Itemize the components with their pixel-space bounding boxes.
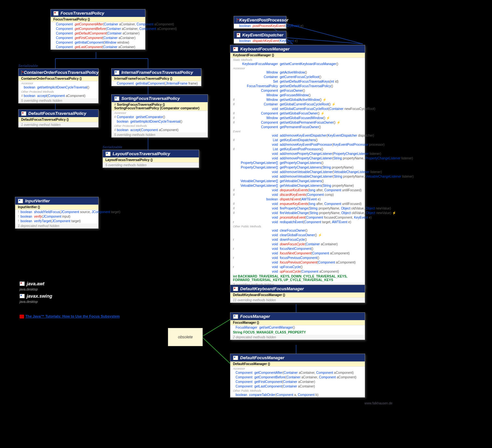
method-row: #voidfireVetoableChange (String property… bbox=[230, 211, 365, 215]
constructor: FocusManager () bbox=[230, 320, 365, 325]
method-row: ComponentgetLastComponent (Container aCo… bbox=[230, 384, 365, 389]
method-row: ComponentgetFocusOwner () bbox=[230, 88, 365, 93]
package-icon bbox=[20, 281, 25, 286]
method-row: !booleanverifyTarget (JComponent target) bbox=[15, 219, 98, 224]
watermark: www.falkhausen.de bbox=[364, 401, 392, 405]
class-layoutftp: LayoutFocusTraversalPolicy LayoutFocusTr… bbox=[102, 150, 199, 168]
method-row: voidadd/removeKeyEventDispatcher (KeyEve… bbox=[230, 133, 365, 138]
method-row: #booleanaccept (Component aComponent) bbox=[112, 128, 208, 132]
class-focusmanager: FocusManager FocusManager () FocusManage… bbox=[230, 312, 365, 340]
method-list: ComponentgetComponentAfter (Container aC… bbox=[51, 22, 145, 49]
method-row: voidclearGlobalFocusOwner () ⚡ bbox=[230, 233, 365, 238]
method-row: voidprocessKeyEvent (Component focusedCo… bbox=[230, 215, 365, 220]
legend-module: java.desktop bbox=[20, 300, 38, 304]
method-row: PropertyChangeListener[]getPropertyChang… bbox=[230, 165, 365, 170]
method-row: ComponentgetLastComponent (Container aCo… bbox=[51, 45, 145, 49]
method-row: voidadd/removeVetoableChangeListener (St… bbox=[230, 174, 365, 179]
class-inputverifier: InputVerifier InputVerifier () !booleans… bbox=[15, 197, 99, 229]
method-row: ContainergetCurrentFocusCycleRoot () bbox=[230, 75, 365, 79]
constructor: FocusTraversalPolicy () bbox=[51, 17, 145, 22]
method-row: voidfocusNextComponent (Component aCompo… bbox=[230, 251, 365, 256]
obsolete-note: obsolete bbox=[168, 328, 203, 346]
svg-line-15 bbox=[202, 337, 231, 364]
constructor: # SortingFocusTraversalPolicy ()SortingF… bbox=[112, 102, 208, 111]
class-icon bbox=[18, 199, 23, 203]
method-row: rvoidfocusPreviousComponent () bbox=[230, 256, 365, 260]
constructor: KeyboardFocusManager () bbox=[230, 53, 365, 58]
tutorial-link[interactable]: The Java™ Tutorials: How to Use the Focu… bbox=[20, 314, 120, 319]
method-row: #Componentget/setGlobalFocusOwner () ⚡ bbox=[230, 111, 365, 116]
method-row: voidsetGlobalCurrentFocusCycleRoot (Cont… bbox=[230, 107, 365, 111]
method-row: #Windowget/setGlobalFocusedWindow () ⚡ bbox=[230, 116, 365, 120]
interface-keyeventdispatcher: KeyEventDispatcher booleandispatchKeyEve… bbox=[234, 31, 286, 44]
method-row: voidfocusPreviousComponent (Component aC… bbox=[230, 260, 365, 265]
class-internalframeftp: InternalFrameFocusTraversalPolicy Intern… bbox=[111, 68, 201, 86]
constants: String FOCUS_MANAGER_CLASS_PROPERTY bbox=[230, 330, 365, 335]
method-row: rvoiddownFocusCycle () bbox=[230, 238, 365, 242]
method-row: rvoidfocusNextComponent () bbox=[230, 247, 365, 251]
method-row: #voidenqueueKeyEvents (long after, Compo… bbox=[230, 202, 365, 206]
method-row: #Componentget/setGlobalPermanentFocusOwn… bbox=[230, 120, 365, 125]
method-row: booleandispatchEvent (AWTEvent e) bbox=[230, 197, 365, 202]
method-row: voidclearFocusOwner () bbox=[230, 228, 365, 233]
class-icon bbox=[114, 96, 119, 101]
class-icon bbox=[233, 314, 238, 319]
class-icon bbox=[21, 111, 26, 116]
class-icon bbox=[53, 11, 59, 16]
class-defaultftp: DefaultFocusTraversalPolicy DefaultFocus… bbox=[18, 109, 99, 128]
method-row: WindowgetActiveWindow () bbox=[230, 70, 365, 75]
method-row: ComponentgetComponentBefore (Container a… bbox=[230, 375, 365, 380]
svg-line-14 bbox=[202, 319, 231, 337]
class-defaultkeyboardfocusmanager: DefaultKeyboardFocusManager DefaultKeybo… bbox=[230, 285, 365, 303]
method-row: ComponentgetInitialComponent (JInternalF… bbox=[112, 81, 201, 86]
method-row: ComponentgetDefaultComponent (Container … bbox=[51, 31, 145, 36]
method-row: #voiddiscardKeyEvents (Component comp) bbox=[230, 193, 365, 197]
method-row: #booleanaccept (Component aComponent) bbox=[19, 94, 98, 98]
method-row: #ListgetKeyEventDispatchers () bbox=[230, 138, 365, 143]
interface-icon bbox=[237, 33, 240, 37]
method-row: !booleanshouldYieldFocus (JComponent sou… bbox=[15, 210, 98, 214]
method-row: voidadd/removePropertyChangeListener (Pr… bbox=[230, 152, 365, 156]
method-row: #ContainergetGlobalCurrentFocusCycleRoot… bbox=[230, 102, 365, 107]
method-row: voiddownFocusCycle (Container aContainer… bbox=[230, 242, 365, 247]
interface-icon bbox=[237, 18, 237, 22]
method-row: #voiddequeueKeyEvents (long after, Compo… bbox=[230, 188, 365, 193]
method-row: FocusManagerget/setCurrentManager () bbox=[230, 325, 365, 330]
oracle-icon bbox=[20, 315, 24, 319]
class-icon bbox=[105, 152, 111, 156]
method-row: booleandispatchKeyEvent (KeyEvent e) bbox=[234, 39, 286, 43]
constructor: DefaultKeyboardFocusManager () bbox=[230, 292, 365, 298]
class-icon bbox=[233, 287, 238, 291]
method-row: booleanget/setImplicitDownCycleTraversal… bbox=[112, 119, 208, 124]
class-title: FocusTraversalPolicy bbox=[51, 9, 145, 17]
class-focustraversalpolicy: FocusTraversalPolicy FocusTraversalPolic… bbox=[50, 9, 145, 50]
constructor: InternalFrameFocusTraversalPolicy () bbox=[112, 76, 201, 81]
class-containerorderftp: ContainerOrderFocusTraversalPolicy Conta… bbox=[18, 68, 99, 103]
legend-swing: javax.swing bbox=[20, 293, 52, 299]
class-icon bbox=[233, 356, 238, 360]
constructor: ContainerOrderFocusTraversalPolicy () bbox=[19, 76, 98, 81]
serializable-label: Serializable bbox=[18, 64, 38, 68]
method-row: voidupFocusCycle (Component aComponent) bbox=[230, 269, 365, 274]
method-row: rvoidredispatchEvent (Component target, … bbox=[230, 220, 365, 224]
method-row: ComponentgetFirstComponent (Container aC… bbox=[51, 36, 145, 40]
method-row: rvoidupFocusCycle () bbox=[230, 265, 365, 269]
interface-keyeventpostprocessor: KeyEventPostProcessor booleanpostProcess… bbox=[234, 16, 286, 29]
method-row: ComponentgetInitialComponent (Window win… bbox=[51, 40, 145, 45]
method-row: booleanpostProcessKeyEvent (KeyEvent e) bbox=[234, 24, 286, 28]
class-keyboardfocusmanager: KeyboardFocusManager KeyboardFocusManage… bbox=[230, 45, 365, 288]
constructor: DefaultFocusManager () bbox=[230, 361, 365, 367]
method-row: KeyboardFocusManagerget/setCurrentKeyboa… bbox=[230, 62, 365, 66]
constructor: InputVerifier () bbox=[15, 205, 98, 210]
legend-module: java.desktop bbox=[20, 288, 38, 291]
method-row: #voidfirePropertyChange (String property… bbox=[230, 206, 365, 211]
method-row: WindowgetFocusedWindow () bbox=[230, 93, 365, 98]
class-icon bbox=[233, 47, 238, 51]
method-row: FocusTraversalPolicyget/setDefaultFocusT… bbox=[230, 84, 365, 88]
method-row: ComponentgetPermanentFocusOwner () bbox=[230, 125, 365, 129]
method-row: PropertyChangeListener[]getPropertyChang… bbox=[230, 161, 365, 165]
constants: int BACKWARD_TRAVERSAL_KEYS, DOWN_CYCLE_… bbox=[230, 274, 365, 282]
method-row: ComponentgetFirstComponent (Container aC… bbox=[230, 380, 365, 384]
method-row: VetoableChangeListener[]getVetoableChang… bbox=[230, 179, 365, 183]
method-row: ComponentgetComponentAfter (Container aC… bbox=[51, 22, 145, 27]
